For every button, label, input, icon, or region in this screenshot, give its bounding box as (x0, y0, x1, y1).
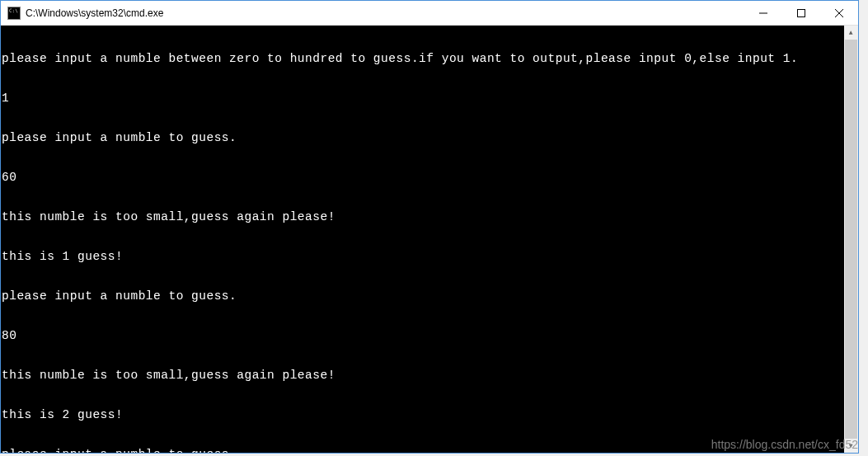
scroll-up-arrow[interactable]: ▲ (844, 26, 858, 40)
console-line: this is 2 guess! (1, 408, 844, 421)
scroll-down-arrow[interactable]: ▼ (844, 439, 858, 453)
scroll-thumb[interactable] (845, 40, 857, 439)
console-line: 60 (1, 171, 844, 184)
console-line: this numble is too small,guess again ple… (1, 369, 844, 382)
minimize-button[interactable] (744, 1, 782, 25)
svg-rect-1 (798, 9, 805, 16)
console-line: this numble is too small,guess again ple… (1, 210, 844, 223)
console-line: please input a numble to guess. (1, 289, 844, 303)
maximize-button[interactable] (782, 1, 820, 25)
console-body: please input a numble between zero to hu… (1, 26, 844, 453)
console-line: 80 (1, 329, 844, 342)
window-title: C:\Windows\system32\cmd.exe (26, 7, 744, 19)
scroll-track[interactable] (844, 40, 858, 439)
console-line: please input a numble to guess. (1, 448, 844, 453)
window-controls (744, 1, 858, 25)
close-button[interactable] (820, 1, 858, 25)
vertical-scrollbar[interactable]: ▲ ▼ (844, 26, 858, 453)
console-line: 1 (1, 92, 844, 105)
console-line: please input a numble to guess. (1, 131, 844, 144)
cmd-window: C:\Windows\system32\cmd.exe please input… (0, 0, 859, 454)
cmd-icon (7, 7, 21, 20)
console-line: please input a numble between zero to hu… (1, 52, 844, 65)
console-line: this is 1 guess! (1, 250, 844, 263)
titlebar[interactable]: C:\Windows\system32\cmd.exe (1, 1, 858, 26)
console-area[interactable]: please input a numble between zero to hu… (1, 26, 858, 453)
